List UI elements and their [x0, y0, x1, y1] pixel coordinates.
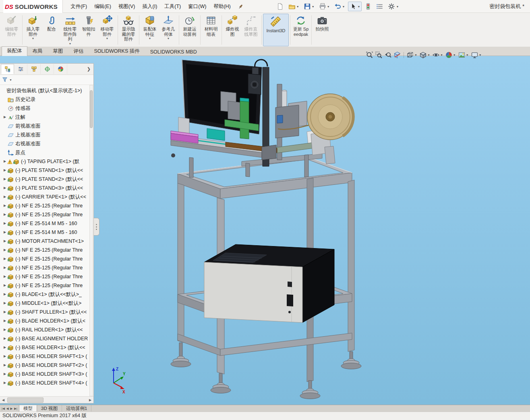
leveling-feet[interactable] [171, 343, 361, 399]
smart-fasteners-button[interactable]: 智能扣件 [79, 14, 98, 46]
expand-arrow-icon[interactable]: ▶ [2, 213, 7, 216]
dropdown-caret-icon[interactable]: ▼ [32, 37, 35, 40]
panel-splitter-handle[interactable] [94, 218, 99, 236]
expand-arrow-icon[interactable]: ▶ [2, 116, 7, 119]
menu-window[interactable]: 窗口(W) [184, 1, 210, 12]
panel-tab-propertymanager[interactable] [14, 64, 27, 74]
tree-item[interactable]: ▶(-) PLATE STAND<2> (默认<< [0, 175, 93, 184]
ribbon-tab-sketch[interactable]: 草图 [48, 47, 68, 56]
tree-item[interactable]: ▶(-) NF E 25-125 (Regular Thre [0, 254, 93, 263]
panel-tabs-overflow-arrow[interactable]: ❯ [84, 66, 93, 72]
doc-tab-motion-study-1[interactable]: 运动算例1 [62, 405, 91, 412]
dropdown-caret-icon[interactable]: ▼ [312, 5, 315, 8]
dropdown-caret-icon[interactable]: ▼ [358, 5, 360, 8]
tree-item[interactable]: ▶(-) MOTOR ATTACHMENT<1> [0, 237, 93, 246]
menu-insert[interactable]: 插入(I) [139, 1, 161, 12]
tree-item[interactable]: 传感器 [0, 104, 93, 113]
update-speedpak-button[interactable]: 更新 Speedpak [292, 14, 310, 46]
tree-item[interactable]: ▶(-) NF E 25-125 (Regular Thre [0, 272, 93, 281]
scroll-left-button[interactable]: ◀ [0, 398, 6, 402]
take-snapshot-button[interactable]: 拍快照 [313, 14, 331, 46]
top-assembly[interactable] [171, 60, 353, 178]
expand-arrow-icon[interactable]: ▶ [2, 257, 7, 261]
scrollbar-thumb[interactable] [7, 397, 43, 403]
new-motion-study-button[interactable]: 新建运动算例 [180, 14, 199, 46]
panel-tab-configurationmanager[interactable] [27, 64, 41, 74]
expand-arrow-icon[interactable]: ▶ [2, 381, 7, 385]
expand-arrow-icon[interactable]: ▶ [2, 319, 7, 323]
insert-components-button[interactable]: 插入零部件▼ [24, 14, 42, 46]
expand-arrow-icon[interactable]: ▶ [2, 266, 7, 269]
tree-item[interactable]: ▶(-) SHAFT PULLER<1> (默认<< [0, 308, 93, 317]
tree-item[interactable]: ▶(-) NF E 25-514 M M5 - 160 [0, 219, 93, 228]
dropdown-caret-icon[interactable]: ▼ [167, 37, 170, 40]
display-style-button[interactable]: ▼ [419, 51, 431, 59]
assembly-features-button[interactable]: 装配体特征▼ [141, 14, 159, 46]
view-orientation-button[interactable]: ▼ [406, 51, 418, 59]
new-document-button[interactable] [275, 2, 286, 11]
tree-item[interactable]: ▶(-) BLADE<1> (默认<<默认>_ [0, 290, 93, 299]
menu-view[interactable]: 视图(V) [115, 1, 139, 12]
dropdown-caret-icon[interactable]: ▼ [479, 54, 482, 56]
panel-tab-dimxpertmanager[interactable] [41, 64, 54, 74]
tree-item[interactable]: ▶(-) NF E 25-125 (Regular Thre [0, 263, 93, 272]
select-cursor-button[interactable]: ▼ [348, 2, 362, 11]
dropdown-caret-icon[interactable]: ▼ [342, 5, 345, 8]
tree-item[interactable]: ▶(-) BLADE HOLDER<1> (默认< [0, 317, 93, 325]
dropdown-caret-icon[interactable]: ▼ [466, 54, 469, 56]
undo-button[interactable]: ▼ [333, 2, 347, 11]
tree-item[interactable]: 前视基准面 [0, 122, 93, 130]
expand-arrow-icon[interactable]: ▶ [2, 364, 7, 367]
scroll-right-button[interactable]: ▶ [87, 398, 93, 402]
zoom-fit-button[interactable] [366, 51, 373, 59]
first-tab-button[interactable]: |◀ [2, 407, 5, 410]
tree-item[interactable]: ▶(-) NF E 25-125 (Regular Thre [0, 246, 93, 254]
tree-horizontal-scrollbar[interactable]: ◀ ▶ [0, 396, 93, 403]
tree-item[interactable]: ▶(-) BASE ALIGNMENT HOLDER [0, 334, 93, 343]
expand-arrow-icon[interactable]: ▶ [2, 346, 7, 349]
machine-3d-model[interactable] [171, 60, 361, 399]
prev-tab-button[interactable]: ◀ [6, 407, 9, 410]
tree-item[interactable]: ▶(-) PLATE STAND<3> (默认<< [0, 184, 93, 192]
scrollbar-thumb[interactable] [90, 90, 93, 128]
tree-item[interactable]: ▶(-) BASE HOLDER SHAFT<1> ( [0, 352, 93, 361]
scrollbar-track[interactable] [6, 397, 87, 403]
tree-item[interactable]: ▶(-) BASE HOLDER<1> (默认<< [0, 343, 93, 352]
graphics-area[interactable]: Z Y X ▼▼▼▼▼▼ ❯ ▼ 密封袋包装机 (默认<显示状态-1>)历史记录… [0, 56, 530, 405]
expand-arrow-icon[interactable]: ▶ [2, 204, 7, 207]
pin-toolbar-icon[interactable] [238, 4, 244, 10]
ribbon-tab-mbd[interactable]: SOLIDWORKS MBD [145, 48, 202, 56]
dropdown-caret-icon[interactable]: ▼ [106, 37, 109, 40]
ribbon-tab-assembly[interactable]: 装配体 [2, 46, 27, 56]
bill-of-materials-button[interactable]: 材料明细表 [202, 14, 220, 46]
tree-item[interactable]: 历史记录 [0, 95, 93, 104]
expand-arrow-icon[interactable]: ▶ [2, 372, 7, 376]
open-folder-button[interactable]: ▼ [287, 2, 301, 11]
expand-arrow-icon[interactable]: ▶ [2, 240, 7, 243]
control-box[interactable] [204, 244, 334, 323]
edit-component-button[interactable]: 编辑零部件 [2, 14, 21, 46]
tree-item[interactable]: 右视基准面 [0, 139, 93, 148]
panel-tab-displaymanager[interactable] [54, 64, 67, 74]
tree-item[interactable]: ▶(-) PLATE STAND<1> (默认<< [0, 166, 93, 175]
move-component-button[interactable]: 移动零部件▼ [98, 14, 116, 46]
tab-scroll-buttons[interactable]: |◀◀▶▶| [0, 405, 19, 412]
expand-arrow-icon[interactable]: ▶ [2, 178, 7, 181]
tree-item[interactable]: ▶(-) BASE HOLDER SHAFT<2> ( [0, 361, 93, 370]
settings-gear-button[interactable]: ▼ [386, 2, 400, 11]
dropdown-caret-icon[interactable]: ▼ [396, 5, 399, 8]
save-button[interactable]: ▼ [302, 2, 316, 11]
tree-item[interactable]: ▶(-) NF E 25-125 (Regular Thre [0, 281, 93, 290]
tree-filter-row[interactable]: ▼ [0, 75, 93, 85]
dropdown-caret-icon[interactable]: ▼ [9, 79, 12, 81]
view-settings-button[interactable]: ▼ [471, 51, 482, 59]
tree-item[interactable]: ▶(-) NF E 25-125 (Regular Thre [0, 210, 93, 219]
tree-item[interactable]: ▶(-) NF E 25-514 M M5 - 160 [0, 228, 93, 237]
instant3d-button[interactable]: Instant3D [263, 14, 289, 46]
dropdown-caret-icon[interactable]: ▼ [149, 37, 151, 40]
expand-arrow-icon[interactable]: ▶ [2, 169, 7, 172]
tree-item[interactable]: ▶(-) CARRIER TAPE<1> (默认<< [0, 192, 93, 201]
previous-view-button[interactable] [384, 51, 392, 59]
doc-tab-3d-views[interactable]: 3D 视图 [37, 405, 62, 412]
expand-arrow-icon[interactable]: ▶ [2, 328, 7, 331]
